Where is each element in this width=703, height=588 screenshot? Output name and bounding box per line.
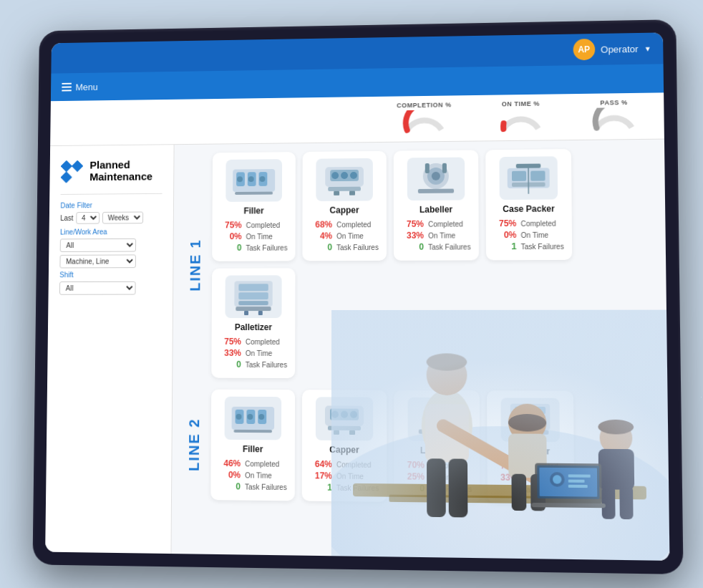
filler-1-completed-row: 75% Completed [219, 219, 288, 229]
casepacker-1-completed-row: 75% Completed [493, 218, 565, 228]
shift-select[interactable]: All [59, 281, 136, 294]
casepacker-1-completed-val: 75% [493, 218, 517, 228]
filler-2-ontime-val: 0% [218, 469, 241, 479]
completion-gauge: COMPLETION % 67% [388, 98, 460, 139]
filler-2-tf-label: Task Failures [245, 482, 287, 491]
casepacker-1-tf-row: 1 Task Failures [493, 241, 565, 251]
user-avatar: AP [573, 39, 595, 60]
date-filter-row: Last 4 Weeks [60, 211, 162, 224]
sidebar: Planned Maintenance Date Filter Last 4 W… [45, 145, 174, 561]
filler-1-ontime-val: 0% [219, 231, 241, 241]
svg-rect-36 [244, 311, 248, 315]
filler-1-completed-label: Completed [246, 221, 281, 228]
capper-1-completed-val: 68% [309, 219, 332, 229]
filler-1-tf-val: 0 [219, 242, 241, 252]
svg-rect-18 [349, 191, 355, 195]
palletizer-2-completed-row: 75% Completed [495, 461, 567, 471]
machine-card-capper-2[interactable]: Capper 64% Completed 17% On Time 1 [302, 390, 387, 502]
svg-rect-17 [334, 191, 339, 195]
svg-rect-59 [515, 406, 546, 413]
machine-card-casepacker-1[interactable]: Case Packer 75% Completed 0% On Time 1 [485, 149, 572, 260]
capper-2-name: Capper [329, 444, 359, 454]
ontime-gauge-arc: 9% [498, 108, 544, 135]
machine-card-labeller-2[interactable]: Labeller 70% Completed 25% On Time 0 [394, 390, 480, 503]
filler-2-tf-val: 0 [218, 481, 241, 491]
labeller-1-tf-val: 0 [401, 241, 424, 251]
machine-line-select[interactable]: Machine, Line [59, 254, 136, 268]
machine-card-labeller-1[interactable]: Labeller 75% Completed 33% On Time 0 [394, 150, 479, 260]
labeller-2-tf-val: 0 [402, 483, 425, 493]
labeller-2-completed-val: 70% [402, 459, 425, 470]
filler-1-ontime-label: On Time [246, 232, 272, 240]
labeller-1-ontime-label: On Time [428, 231, 455, 238]
capper-1-ontime-row: 4% On Time [309, 231, 379, 241]
filler-2-name: Filler [243, 444, 263, 454]
palletizer-2-image [500, 397, 559, 442]
labeller-2-tf-label: Task Failures [429, 484, 472, 493]
svg-rect-52 [334, 430, 339, 434]
logo-area: Planned Maintenance [61, 158, 163, 183]
machine-card-capper-1[interactable]: Capper 68% Completed 4% On Time 0 [302, 150, 387, 261]
palletizer-1-tf-row: 0 Task Failures [218, 359, 288, 369]
palletizer-1-ontime-val: 33% [218, 347, 241, 357]
capper-1-tf-row: 0 Task Failures [309, 242, 379, 252]
svg-rect-53 [349, 430, 355, 434]
labeller-1-completed-row: 75% Completed [401, 218, 472, 229]
labeller-2-ontime-label: On Time [429, 473, 456, 481]
content-area[interactable]: LINE 1 [171, 139, 669, 560]
machine-card-palletizer-1[interactable]: Palletizer 75% Completed 33% On Time 0 [211, 268, 295, 378]
capper-2-image [316, 397, 373, 440]
casepacker-1-ontime-row: 0% On Time [493, 229, 565, 240]
stats-bar: COMPLETION % 67% ON TIME % 9 [50, 92, 664, 146]
last-select[interactable]: 4 [76, 211, 100, 223]
palletizer-2-tf-row: 0 Task Failures [495, 483, 567, 494]
user-name: Operator [601, 43, 639, 54]
casepacker-1-completed-label: Completed [520, 219, 556, 227]
weeks-select[interactable]: Weeks [102, 211, 143, 223]
casepacker-1-ontime-val: 0% [493, 229, 517, 239]
capper-2-completed-label: Completed [336, 460, 372, 468]
palletizer-1-name: Palletizer [235, 322, 272, 332]
casepacker-1-image [499, 156, 558, 200]
filler-2-ontime-label: On Time [245, 471, 272, 478]
labeller-2-ontime-row: 25% On Time [402, 471, 473, 482]
casepacker-1-name: Case Packer [503, 203, 555, 214]
labeller-1-image [407, 157, 465, 200]
machine-card-filler-1[interactable]: Filler 75% Completed 0% On Time 0 [212, 152, 296, 261]
labeller-2-completed-row: 70% Completed [402, 459, 473, 470]
tablet-screen: AP Operator ▼ Menu COMPLETION % [45, 32, 669, 561]
svg-rect-35 [236, 307, 271, 311]
palletizer-2-tf-val: 0 [495, 483, 518, 494]
svg-rect-1 [72, 160, 83, 171]
hamburger-icon [62, 82, 72, 91]
filler-2-ontime-row: 0% On Time [218, 469, 287, 480]
date-filter-label: Date Filter [60, 201, 162, 209]
machine-card-filler-2[interactable]: Filler 46% Completed 0% On Time 0 [210, 389, 295, 501]
palletizer-2-ontime-label: On Time [523, 473, 551, 482]
labeller-2-name: Labeller [420, 445, 454, 456]
labeller-2-ontime-val: 25% [402, 471, 425, 482]
menu-button[interactable]: Menu [62, 81, 97, 92]
labeller-1-completed-val: 75% [401, 218, 424, 228]
page-title: Planned Maintenance [89, 159, 152, 183]
pass-gauge: PASS % 66% [581, 95, 646, 136]
capper-1-tf-label: Task Failures [336, 243, 379, 251]
svg-rect-24 [442, 163, 447, 173]
capper-2-ontime-val: 17% [309, 471, 332, 481]
svg-rect-51 [328, 425, 361, 430]
line-2-machines: Filler 46% Completed 0% On Time 0 [210, 389, 574, 503]
svg-rect-60 [515, 415, 546, 422]
labeller-1-ontime-row: 33% On Time [401, 230, 472, 241]
filler-1-name: Filler [243, 206, 263, 216]
svg-rect-63 [520, 434, 525, 438]
last-text: Last [60, 214, 73, 222]
palletizer-1-completed-row: 75% Completed [218, 336, 288, 346]
machine-card-palletizer-2[interactable]: Palletizer 75% Completed 33% On Time 0 [487, 390, 574, 503]
svg-rect-34 [238, 301, 268, 305]
user-badge[interactable]: AP Operator ▼ [573, 37, 651, 60]
svg-rect-33 [238, 292, 268, 299]
line-area-select[interactable]: All [60, 238, 136, 251]
svg-rect-62 [512, 430, 548, 434]
svg-rect-0 [61, 160, 72, 171]
palletizer-2-completed-val: 75% [495, 461, 518, 471]
